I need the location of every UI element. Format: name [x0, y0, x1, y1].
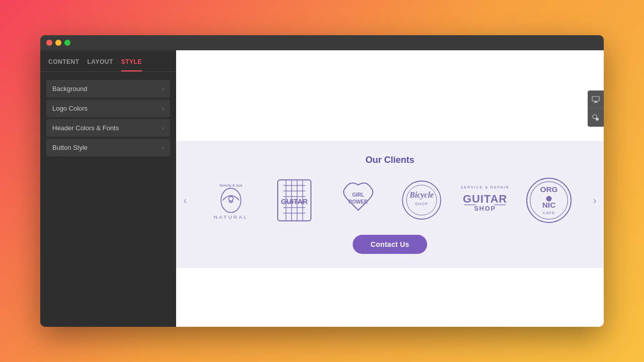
svg-text:Bicycle: Bicycle [409, 191, 434, 200]
logo-guitar: GUITAR [267, 177, 322, 223]
sidebar-item-background[interactable]: Background › [46, 80, 170, 98]
girl-power-logo-svg: GIRL POWER [331, 177, 386, 223]
svg-text:POWER: POWER [349, 199, 368, 205]
svg-point-24 [407, 185, 437, 215]
sidebar-tabs: CONTENT LAYOUT STYLE [40, 50, 176, 72]
contact-us-button[interactable]: Contact Us [353, 235, 428, 254]
svg-text:GIRL: GIRL [352, 192, 364, 198]
traffic-lights [46, 40, 70, 46]
logo-bicycle: Bicycle SHOP [394, 177, 449, 223]
sidebar-items: Background › Logo Colors › Header Colors… [40, 72, 176, 164]
desktop-icon [592, 96, 600, 103]
bicycle-logo-svg: Bicycle SHOP [394, 177, 449, 223]
svg-point-4 [596, 118, 599, 121]
svg-text:ORG: ORG [540, 185, 557, 194]
chevron-right-icon: › [162, 85, 164, 93]
clients-section: Our Clients ‹ beauty & spa [176, 141, 604, 268]
paint-button[interactable] [588, 109, 604, 127]
desktop-view-button[interactable] [588, 90, 604, 109]
next-arrow-button[interactable]: › [586, 191, 604, 209]
clients-title: Our Clients [365, 155, 414, 165]
svg-point-3 [593, 115, 597, 119]
tab-style[interactable]: STYLE [121, 58, 142, 71]
sidebar-item-header-colors[interactable]: Header Colors & Fonts › [46, 119, 170, 137]
svg-text:beauty & spa: beauty & spa [220, 183, 243, 188]
svg-text:GUITAR: GUITAR [281, 198, 308, 206]
main-content: Our Clients ‹ beauty & spa [176, 50, 604, 327]
right-toolbar [588, 90, 604, 127]
maximize-button[interactable] [64, 40, 70, 46]
svg-point-6 [221, 188, 241, 212]
minimize-button[interactable] [55, 40, 61, 46]
prev-arrow-button[interactable]: ‹ [176, 191, 194, 209]
svg-rect-1 [595, 101, 597, 102]
svg-text:SHOP: SHOP [415, 202, 429, 206]
svg-text:GUITAR: GUITAR [463, 193, 507, 205]
sidebar-item-logo-colors[interactable]: Logo Colors › [46, 100, 170, 117]
guitar-shop-logo-svg: SERVICE & REPAIR GUITAR SHOP [457, 179, 513, 221]
logo-girl-power: GIRL POWER [331, 177, 386, 223]
logo-natural: beauty & spa NATURAL [203, 177, 259, 223]
close-button[interactable] [46, 40, 52, 46]
svg-text:NIC: NIC [542, 200, 556, 209]
tab-content[interactable]: CONTENT [48, 58, 79, 71]
top-section [176, 50, 604, 141]
clients-logos: beauty & spa NATURAL [194, 177, 586, 223]
window-body: CONTENT LAYOUT STYLE Background › Logo C… [40, 50, 604, 327]
svg-text:NATURAL: NATURAL [214, 214, 249, 219]
title-bar [40, 35, 604, 50]
organic-logo-svg: ORG NIC CAFE [521, 175, 577, 225]
clients-carousel: ‹ beauty & spa NATURAL [176, 177, 604, 223]
sidebar-item-button-style[interactable]: Button Style › [46, 139, 170, 156]
natural-logo-svg: beauty & spa NATURAL [203, 175, 259, 225]
sidebar: CONTENT LAYOUT STYLE Background › Logo C… [40, 50, 176, 327]
app-window: CONTENT LAYOUT STYLE Background › Logo C… [40, 35, 604, 327]
bottom-section [176, 268, 604, 327]
logo-organic: ORG NIC CAFE [521, 177, 577, 223]
chevron-right-icon: › [162, 144, 164, 151]
chevron-right-icon: › [162, 105, 164, 112]
svg-rect-0 [592, 97, 599, 101]
logo-guitar-shop: SERVICE & REPAIR GUITAR SHOP [457, 177, 513, 223]
svg-text:SHOP: SHOP [474, 205, 497, 212]
tab-layout[interactable]: LAYOUT [88, 58, 113, 71]
svg-point-23 [403, 181, 441, 219]
svg-point-7 [229, 196, 233, 201]
chevron-right-icon: › [162, 125, 164, 132]
svg-text:SERVICE & REPAIR: SERVICE & REPAIR [461, 185, 510, 190]
svg-rect-2 [594, 102, 598, 103]
guitar-logo-svg: GUITAR [267, 175, 322, 225]
paint-icon [592, 114, 599, 121]
svg-text:CAFE: CAFE [542, 211, 555, 215]
